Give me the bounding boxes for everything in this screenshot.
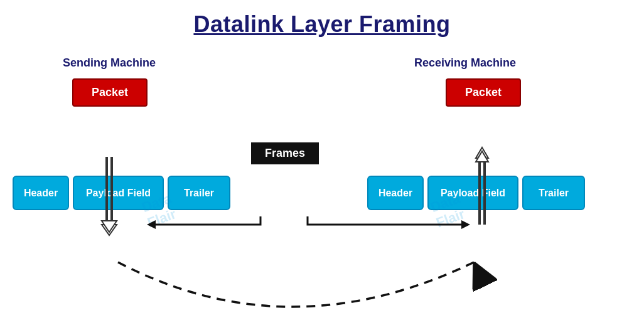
svg-marker-10: [147, 220, 156, 229]
left-header-box: Header: [13, 176, 69, 210]
left-frame-row: Header Payload Field Trailer: [13, 176, 230, 210]
right-header-box: Header: [367, 176, 424, 210]
svg-marker-14: [476, 147, 488, 158]
frames-label: Frames: [251, 142, 319, 164]
right-frame-row: Header Payload Field Trailer: [367, 176, 585, 210]
sending-machine-label: Sending Machine: [63, 56, 156, 70]
receiving-machine-label: Receiving Machine: [414, 56, 516, 70]
page: Datalink Layer Framing Sending Machine R…: [0, 0, 644, 335]
right-trailer-box: Trailer: [522, 176, 585, 210]
svg-marker-8: [102, 225, 117, 235]
page-title: Datalink Layer Framing: [0, 0, 644, 38]
svg-marker-15: [476, 151, 488, 162]
sending-packet: Packet: [72, 78, 148, 107]
receiving-packet: Packet: [446, 78, 521, 107]
diagram: Sending Machine Receiving Machine Packet…: [0, 50, 644, 335]
svg-marker-11: [461, 220, 470, 229]
right-payload-box: Payload Field: [427, 176, 518, 210]
left-payload-box: Payload Field: [73, 176, 164, 210]
left-trailer-box: Trailer: [168, 176, 230, 210]
svg-marker-9: [102, 221, 117, 232]
